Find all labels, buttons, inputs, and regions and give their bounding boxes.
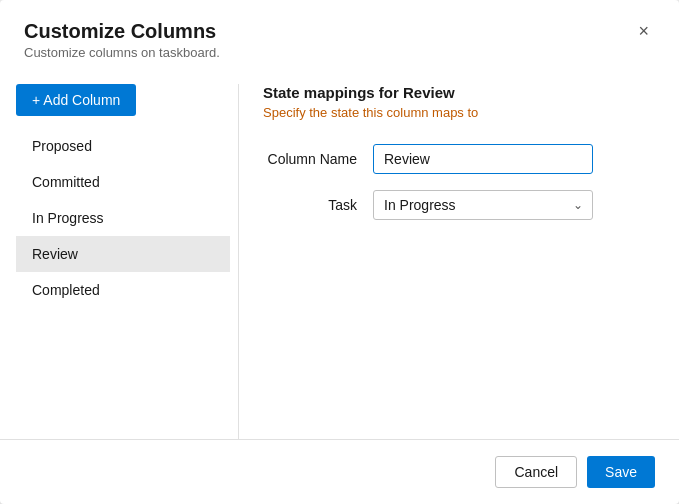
dialog-footer: Cancel Save bbox=[0, 439, 679, 504]
close-button[interactable]: × bbox=[632, 20, 655, 42]
add-column-button[interactable]: + Add Column bbox=[16, 84, 136, 116]
column-name-input[interactable] bbox=[373, 144, 593, 174]
sidebar-item-committed[interactable]: Committed bbox=[16, 164, 230, 200]
column-list: Proposed Committed In Progress Review Co… bbox=[16, 128, 230, 308]
dialog-header: Customize Columns Customize columns on t… bbox=[0, 0, 679, 68]
sidebar: + Add Column Proposed Committed In Progr… bbox=[0, 84, 230, 439]
dialog-title-block: Customize Columns Customize columns on t… bbox=[24, 20, 220, 60]
dialog-title: Customize Columns bbox=[24, 20, 220, 43]
state-mapping-title: State mappings for Review bbox=[263, 84, 655, 101]
column-name-row: Column Name bbox=[263, 144, 655, 174]
sidebar-item-completed[interactable]: Completed bbox=[16, 272, 230, 308]
sidebar-item-in-progress[interactable]: In Progress bbox=[16, 200, 230, 236]
cancel-button[interactable]: Cancel bbox=[495, 456, 577, 488]
state-mapping-subtitle: Specify the state this column maps to bbox=[263, 105, 655, 120]
sidebar-item-proposed[interactable]: Proposed bbox=[16, 128, 230, 164]
customize-columns-dialog: Customize Columns Customize columns on t… bbox=[0, 0, 679, 504]
task-row: Task In Progress Proposed Committed Revi… bbox=[263, 190, 655, 220]
save-button[interactable]: Save bbox=[587, 456, 655, 488]
column-name-label: Column Name bbox=[263, 151, 373, 167]
task-label: Task bbox=[263, 197, 373, 213]
dialog-body: + Add Column Proposed Committed In Progr… bbox=[0, 68, 679, 439]
task-select[interactable]: In Progress Proposed Committed Review Co… bbox=[373, 190, 593, 220]
sidebar-item-review[interactable]: Review bbox=[16, 236, 230, 272]
task-select-wrapper: In Progress Proposed Committed Review Co… bbox=[373, 190, 593, 220]
main-content: State mappings for Review Specify the st… bbox=[238, 84, 679, 439]
dialog-subtitle: Customize columns on taskboard. bbox=[24, 45, 220, 60]
